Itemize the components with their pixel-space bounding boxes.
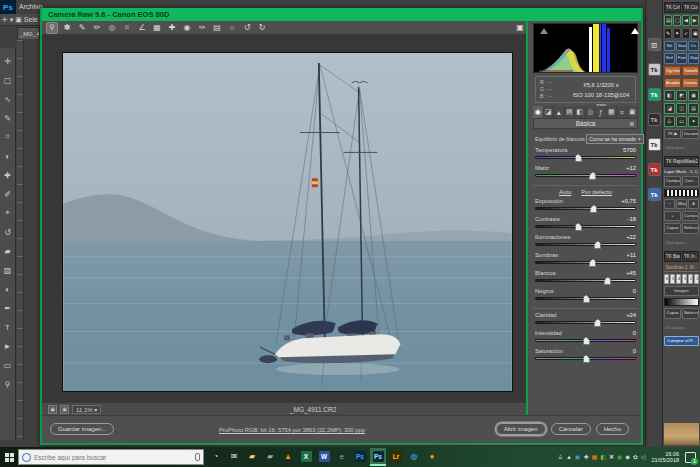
microphone-icon[interactable] <box>195 453 200 461</box>
workflow-options-link[interactable]: ProPhoto RGB: bit 16: 5754 por 3863 (22,… <box>142 427 442 433</box>
preview-toggle2-icon[interactable]: ▣ <box>60 405 69 414</box>
toggle-fullscreen-icon[interactable]: ▣ <box>514 22 526 34</box>
slider-track[interactable] <box>535 225 636 228</box>
slider-thumb[interactable] <box>589 259 596 267</box>
slider-thumb[interactable] <box>583 355 590 363</box>
open-image-button[interactable]: Abrir imagen <box>496 423 546 435</box>
tk-button[interactable]: Capas <box>664 223 681 233</box>
tk-button[interactable]: − <box>664 199 675 209</box>
tk-mask-keys[interactable] <box>664 189 699 197</box>
dodge-tool-icon[interactable]: ◐ <box>1 280 15 298</box>
slider-thumb[interactable] <box>583 337 590 345</box>
tk-button[interactable]: Cs <box>688 41 699 51</box>
document-tab[interactable]: _MG_491 <box>17 27 40 39</box>
path-selection-tool-icon[interactable]: ► <box>1 337 15 355</box>
tk-button[interactable]: A <box>688 199 699 209</box>
tk-button[interactable]: ◫ <box>676 103 687 114</box>
history-brush-tool-icon[interactable]: ↺ <box>1 223 15 241</box>
tk-button[interactable]: 1 <box>694 274 699 284</box>
folder-icon[interactable]: ▰ <box>262 448 278 466</box>
panel-menu-icon[interactable]: ≣ <box>629 119 634 129</box>
slider-track[interactable] <box>535 156 636 159</box>
healing-brush-tool-icon[interactable]: ✚ <box>1 166 15 184</box>
tk-button[interactable]: Imagen <box>664 286 699 296</box>
tk-button[interactable]: ▶ <box>691 15 699 26</box>
tray-green-icon[interactable]: ◉ <box>617 454 622 460</box>
targeted-adjustment-tool-icon[interactable]: ◎ <box>106 22 118 34</box>
tk-green-icon[interactable]: Tk <box>648 88 661 101</box>
tray-volume-icon[interactable]: ◁ <box>641 454 646 460</box>
taskbar-clock[interactable]: 16:06 21/05/2018 <box>651 451 679 463</box>
tk-button[interactable]: Fuerte <box>676 53 687 63</box>
type-tool-icon[interactable]: T <box>1 318 15 336</box>
tk-light-icon[interactable]: Tk <box>648 138 661 151</box>
tk-button[interactable]: Can... <box>682 176 699 186</box>
tk-button[interactable]: Capas <box>664 308 681 318</box>
tk-button[interactable]: Lienzo <box>682 78 699 88</box>
tk-button[interactable]: Usuario <box>682 129 699 139</box>
slider-track[interactable] <box>535 207 636 210</box>
eyedropper-tool-icon[interactable]: ◗ <box>1 147 15 165</box>
expand-panel-icon[interactable]: ◫ <box>648 38 661 51</box>
tk-button[interactable]: Ogr Img <box>664 66 681 76</box>
slider-thumb[interactable] <box>594 319 601 327</box>
photoshop-active-icon[interactable]: Ps <box>370 448 386 466</box>
tk-button[interactable]: ▢ <box>673 15 681 26</box>
slider-thumb[interactable] <box>604 277 611 285</box>
firefox-icon[interactable]: ● <box>424 448 440 466</box>
white-balance-select[interactable]: Como se ha tomado▾ <box>586 134 643 144</box>
slider-thumb[interactable] <box>589 172 596 180</box>
gradient-tool-icon[interactable]: ▨ <box>1 261 15 279</box>
slider-track[interactable] <box>535 243 636 246</box>
hand-tool-icon[interactable]: ✽ <box>61 22 73 34</box>
task-view-icon[interactable]: ◔ <box>208 448 224 466</box>
excel-icon[interactable]: X <box>298 448 314 466</box>
tray-orange-icon[interactable]: ▦ <box>592 454 598 460</box>
tk-button[interactable]: ✎ <box>664 28 672 39</box>
clone-stamp-tool-icon[interactable]: ⌖ <box>1 204 15 222</box>
tray-defender-icon[interactable]: ◆ <box>625 454 630 460</box>
tk-button[interactable]: ▤ <box>688 103 699 114</box>
transform-tool-icon[interactable]: ▦ <box>151 22 163 34</box>
tk-button[interactable]: Compuesto <box>664 176 681 186</box>
quick-selection-tool-icon[interactable]: ✎ <box>1 109 15 127</box>
rotate-left-icon[interactable]: ↺ <box>241 22 253 34</box>
tk-button[interactable]: ✓ <box>682 28 690 39</box>
brush-tool-icon[interactable]: ✐ <box>1 185 15 203</box>
notification-center-icon[interactable]: 1 <box>685 452 696 463</box>
tk-button[interactable]: Curvas <box>682 211 699 221</box>
mail-icon[interactable]: ✉ <box>226 448 242 466</box>
photo-canvas[interactable] <box>62 52 513 392</box>
tab-snapshots-icon[interactable]: ▣ <box>628 106 639 118</box>
slider-track[interactable] <box>535 357 636 360</box>
tk-button[interactable]: ◧ <box>664 90 675 101</box>
tray-person-icon[interactable]: ♙ <box>558 454 563 460</box>
tk-red-icon[interactable]: Tk <box>648 163 661 176</box>
tk-button[interactable]: ◀ <box>682 15 690 26</box>
tk-button[interactable]: 5 <box>670 274 675 284</box>
edge-icon[interactable]: e <box>334 448 350 466</box>
tk-button[interactable]: ▣ <box>691 28 699 39</box>
tk-button[interactable]: ▣ <box>688 90 699 101</box>
auto-link[interactable]: Auto <box>559 189 571 195</box>
camera-raw-titlebar[interactable]: Camera Raw 9.6 - Canon EOS 80D <box>42 8 641 21</box>
rotate-right-icon[interactable]: ↻ <box>256 22 268 34</box>
tk-tab[interactable]: TK In... <box>682 251 699 262</box>
tk-tab[interactable]: TK Basic V6 <box>664 251 681 262</box>
tk-tab[interactable]: TK RapidMask2 V5 <box>664 156 699 167</box>
tk-button[interactable]: TK ▶ <box>664 129 681 139</box>
tk-button[interactable]: ✦ <box>673 28 681 39</box>
lightroom-icon[interactable]: Lr <box>388 448 404 466</box>
tab-basic-icon[interactable]: ◉ <box>533 106 544 118</box>
tab-camera-calibration-icon[interactable]: ▦ <box>607 106 618 118</box>
crop-tool-icon[interactable]: ⌗ <box>1 128 15 146</box>
tk-actions-icon[interactable]: Tk <box>648 63 661 76</box>
tk-tab[interactable]: TK CxHs <box>664 2 681 13</box>
shadow-clipping-icon[interactable] <box>540 28 548 34</box>
taskbar-search[interactable] <box>18 449 204 465</box>
tk-button[interactable]: ✦ <box>688 116 699 127</box>
tab-split-toning-icon[interactable]: ◧ <box>575 106 586 118</box>
slider-track[interactable] <box>535 321 636 324</box>
spot-removal-tool-icon[interactable]: ✚ <box>166 22 178 34</box>
vlc-icon[interactable]: ▲ <box>280 448 296 466</box>
